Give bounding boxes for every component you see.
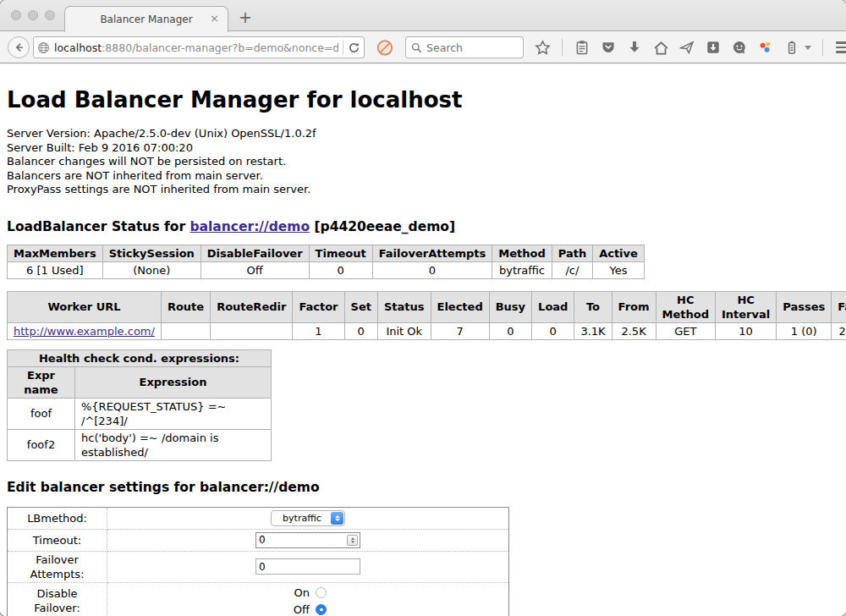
stickysession-cell: (None): [102, 261, 201, 278]
url-text: localhost:8880/balancer-manager?b=demo&n…: [54, 41, 338, 54]
column-header: Expression: [75, 366, 272, 398]
radio-off-label: Off: [289, 602, 310, 616]
column-header: To: [574, 291, 612, 322]
send-tab-icon[interactable]: [678, 39, 695, 56]
proxypass-note-line: ProxyPass settings are NOT inherited fro…: [7, 183, 839, 197]
persist-note-line: Balancer changes will NOT be persisted o…: [7, 155, 839, 169]
colored-dots-extension-icon[interactable]: [757, 39, 774, 56]
hc-interval-cell: 10: [715, 322, 776, 339]
column-header: HC Method: [656, 291, 715, 322]
lbmethod-label: LBmethod:: [8, 507, 107, 529]
routeredir-cell: [211, 322, 293, 339]
disable-failover-off-radio[interactable]: [316, 604, 327, 615]
column-header: Elected: [431, 291, 489, 322]
column-header: MaxMembers: [8, 245, 103, 261]
balancer-demo-link[interactable]: balancer://demo: [190, 219, 310, 234]
status-heading-suffix: [p4420eeae_demo]: [310, 219, 455, 234]
battery-icon[interactable]: [783, 39, 800, 56]
table-row: 6 [1 Used] (None) Off 0 0 bytraffic /c/ …: [8, 261, 645, 278]
downloads-icon[interactable]: [626, 39, 643, 56]
expr-name-cell: foof2: [8, 429, 75, 460]
hc-method-cell: GET: [656, 322, 715, 339]
column-header: From: [612, 291, 656, 322]
column-header: Route: [161, 291, 210, 322]
new-tab-button[interactable]: +: [239, 8, 252, 26]
window-zoom-button[interactable]: [45, 10, 55, 20]
toolbar-divider: [562, 39, 563, 56]
column-header: Load: [532, 291, 574, 322]
bookmark-star-icon[interactable]: [534, 39, 551, 56]
url-host: localhost: [54, 41, 102, 54]
loadbalancer-status-heading: LoadBalancer Status for balancer://demo …: [7, 219, 839, 234]
table-row: http://www.example.com/ 1 0 Init Ok 7 0 …: [8, 322, 846, 339]
lbmethod-row: LBmethod: bytraffic: [8, 507, 509, 529]
lbmethod-selected-value: bytraffic: [283, 511, 321, 525]
window-close-button[interactable]: [11, 10, 21, 20]
search-input[interactable]: [426, 41, 511, 54]
worker-table: Worker URL Route RouteRedir Factor Set S…: [7, 291, 846, 340]
column-header: RouteRedir: [211, 291, 293, 322]
disable-failover-row: Disable Failover: On Off: [8, 582, 509, 616]
home-icon[interactable]: [652, 39, 669, 56]
edit-balancer-form: LBmethod: bytraffic Timeout:: [7, 507, 509, 616]
failover-attempts-input[interactable]: [255, 558, 360, 575]
window-titlebar: Balancer Manager × +: [0, 0, 846, 31]
chevron-down-icon[interactable]: [805, 46, 811, 50]
back-button[interactable]: [8, 36, 30, 58]
column-header: Passes: [777, 291, 832, 322]
column-header: DisableFailover: [201, 245, 309, 261]
timeout-label: Timeout:: [8, 529, 107, 551]
window-minimize-button[interactable]: [28, 10, 38, 20]
timeout-cell: 0: [309, 261, 372, 278]
radio-on-label: On: [289, 586, 310, 600]
column-header: Worker URL: [8, 291, 162, 322]
column-header: Status: [377, 291, 431, 322]
install-addon-icon[interactable]: [705, 39, 722, 56]
timeout-row: Timeout:: [8, 529, 509, 551]
elected-cell: 7: [431, 322, 489, 339]
server-info: Server Version: Apache/2.5.0-dev (Unix) …: [7, 127, 839, 197]
table-caption-row: Health check cond. expressions:: [8, 349, 272, 366]
column-header: Set: [344, 291, 377, 322]
pocket-icon[interactable]: [600, 39, 617, 56]
column-header: Factor: [293, 291, 344, 322]
traffic-lights: [11, 10, 55, 20]
from-cell: 2.5K: [612, 322, 656, 339]
reading-list-icon[interactable]: [574, 39, 591, 56]
page-content: Load Balancer Manager for localhost Serv…: [0, 64, 846, 616]
expr-name-cell: foof: [8, 398, 75, 429]
column-header: FailoverAttempts: [372, 245, 492, 261]
balancer-summary-table: MaxMembers StickySession DisableFailover…: [7, 245, 645, 279]
search-bar[interactable]: [405, 36, 524, 58]
browser-window: Balancer Manager × + localhost:8880/bala…: [0, 0, 846, 616]
expression-cell: %{REQUEST_STATUS} =~ /^[234]/: [75, 398, 272, 429]
timeout-input[interactable]: [255, 532, 360, 548]
column-header: Timeout: [309, 245, 372, 261]
worker-url-link[interactable]: http://www.example.com/: [14, 325, 155, 338]
column-header: Path: [552, 245, 592, 261]
status-cell: Init Ok: [377, 322, 431, 339]
globe-icon: [37, 41, 50, 54]
status-heading-prefix: LoadBalancer Status for: [7, 219, 190, 234]
path-cell: /c/: [552, 261, 592, 278]
menu-icon[interactable]: [834, 39, 846, 56]
url-path: :8880/balancer-manager?b=demo&nonce=decc…: [102, 41, 338, 54]
passes-cell: 1 (0): [777, 322, 832, 339]
lbmethod-select[interactable]: bytraffic: [271, 510, 345, 526]
chat-smiley-icon[interactable]: [731, 39, 748, 56]
content-blocked-icon[interactable]: [376, 39, 393, 56]
failover-attempts-row: Failover Attempts:: [8, 551, 509, 582]
disable-failover-on-radio[interactable]: [316, 587, 327, 598]
busy-cell: 0: [489, 322, 531, 339]
tab-close-icon[interactable]: ×: [210, 13, 219, 25]
number-stepper-icon[interactable]: [347, 535, 358, 546]
reload-icon[interactable]: [348, 41, 360, 54]
browser-tab[interactable]: Balancer Manager ×: [64, 6, 228, 32]
load-cell: 0: [532, 322, 574, 339]
active-cell: Yes: [593, 261, 645, 278]
inherit-note-line: Balancers are NOT inherited from main se…: [7, 169, 839, 184]
table-row: foof2 hc('body') =~ /domain is establish…: [8, 429, 272, 460]
column-header: Method: [492, 245, 552, 261]
url-bar[interactable]: localhost:8880/balancer-manager?b=demo&n…: [33, 36, 365, 58]
edit-settings-heading: Edit balancer settings for balancer://de…: [7, 480, 839, 495]
